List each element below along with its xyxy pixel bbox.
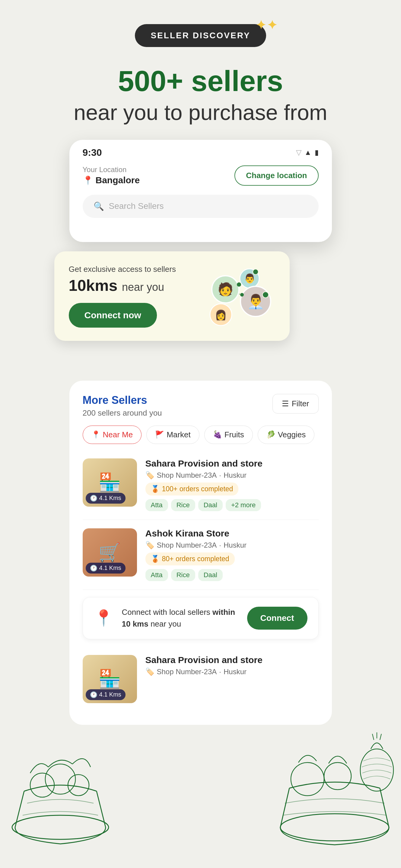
location-pin-icon: 📍 — [83, 176, 93, 185]
chip-veggies[interactable]: 🥬 Veggies — [258, 426, 315, 444]
phone-mockup: 9:30 ▽ ▲ ▮ Your Location 📍 Bangalore Cha… — [69, 140, 332, 242]
orders-text-2: 80+ orders completed — [162, 555, 229, 563]
seller-location-2: 🏷️ Shop Number-23A · Huskur — [145, 541, 319, 550]
seller-card-1[interactable]: 🏪 🕐 4.1 Kms Sahara Provision and store 🏷… — [83, 450, 319, 520]
connect-now-button[interactable]: Connect now — [69, 303, 157, 328]
sellers-count: 200 sellers around you — [83, 408, 162, 418]
shop-number-2: Shop Number-23A — [157, 541, 217, 550]
medal-icon-1: 🥉 — [151, 485, 160, 493]
connect-banner: 📍 Connect with local sellers within 10 k… — [83, 597, 319, 639]
distance-badge-1: 🕐 4.1 Kms — [86, 493, 125, 504]
signal-icon: ▲ — [305, 148, 312, 157]
shop-number-1: Shop Number-23A — [157, 471, 217, 479]
status-icons: ▽ ▲ ▮ — [296, 148, 319, 157]
chip-near-me[interactable]: 📍 Near Me — [83, 426, 142, 444]
tag-atta-1: Atta — [145, 499, 168, 511]
seller-image-3: 🏪 🕐 4.1 Kms — [83, 655, 137, 703]
distance-value-3: 4.1 Kms — [99, 691, 121, 698]
clock-icon-1: 🕐 — [90, 495, 97, 502]
wifi-icon: ▽ — [296, 148, 302, 157]
product-tags-1: Atta Rice Daal +2 more — [145, 499, 319, 511]
seller-card-2[interactable]: 🛒 🕐 4.1 Kms Ashok Kirana Store 🏷️ Shop N… — [83, 520, 319, 590]
chip-fruits-label: Fruits — [225, 430, 244, 439]
promo-avatars: 👨 🧑 👨‍💼 👩 — [197, 266, 275, 326]
status-bar: 9:30 ▽ ▲ ▮ — [69, 140, 332, 162]
seller-card-3[interactable]: 🏪 🕐 4.1 Kms Sahara Provision and store 🏷… — [83, 647, 319, 712]
chip-near-me-label: Near Me — [103, 430, 133, 439]
tag-daal-1: Daal — [198, 499, 223, 511]
left-basket-illustration — [0, 737, 127, 845]
location-label: Your Location — [83, 165, 140, 174]
svg-text:👨: 👨 — [244, 273, 255, 284]
distance-badge-2: 🕐 4.1 Kms — [86, 563, 125, 574]
clock-icon-2: 🕐 — [90, 564, 97, 572]
seller-image-2: 🛒 🕐 4.1 Kms — [83, 528, 137, 577]
svg-point-6 — [253, 269, 258, 275]
location-left: Your Location 📍 Bangalore — [83, 165, 140, 185]
chip-market-label: Market — [167, 430, 191, 439]
svg-point-30 — [324, 763, 351, 789]
promo-card: Get exclusive access to sellers 10kms ne… — [54, 251, 290, 341]
area-2: Huskur — [224, 541, 247, 550]
chip-fruits[interactable]: 🍇 Fruits — [204, 426, 253, 444]
distance-value-2: 4.1 Kms — [99, 564, 121, 571]
chip-market[interactable]: 🚩 Market — [146, 426, 199, 444]
svg-point-22 — [280, 814, 389, 841]
search-icon: 🔍 — [93, 201, 104, 211]
search-bar[interactable]: 🔍 Search Sellers — [83, 195, 319, 218]
seller-image-1: 🏪 🕐 4.1 Kms — [83, 458, 137, 507]
more-sellers-title: More Sellers — [83, 394, 162, 407]
seller-info-1: Sahara Provision and store 🏷️ Shop Numbe… — [145, 458, 319, 511]
svg-point-14 — [237, 282, 241, 287]
location-city: 📍 Bangalore — [83, 175, 140, 185]
city-name: Bangalore — [96, 175, 140, 185]
orders-text-1: 100+ orders completed — [162, 485, 233, 493]
chip-veggies-label: Veggies — [278, 430, 306, 439]
svg-point-21 — [68, 775, 89, 796]
area-1: Huskur — [224, 471, 247, 479]
filter-button[interactable]: ☰ Filter — [273, 394, 319, 413]
near-me-icon: 📍 — [91, 430, 101, 439]
sparkle-icon: ✦✦ — [256, 18, 278, 32]
promo-near: near you — [122, 281, 164, 293]
area-3: Huskur — [224, 668, 247, 676]
orders-badge-1: 🥉 100+ orders completed — [145, 483, 239, 495]
filter-icon: ☰ — [282, 399, 289, 408]
svg-text:👨‍💼: 👨‍💼 — [247, 293, 264, 310]
svg-point-11 — [262, 292, 268, 298]
veggies-icon: 🥬 — [266, 430, 276, 439]
hero-subtitle: near you to purchase from — [74, 100, 327, 125]
promo-distance: 10kms near you — [69, 276, 176, 294]
shop-number-3: Shop Number-23A — [157, 668, 217, 676]
tag-rice-2: Rice — [171, 569, 195, 581]
svg-line-28 — [380, 734, 381, 740]
clock-icon-3: 🕐 — [90, 691, 97, 698]
more-sellers-header: More Sellers 200 sellers around you ☰ Fi… — [83, 381, 319, 421]
badge-label: SELLER DISCOVERY — [150, 31, 250, 40]
promo-kms: 10kms — [69, 277, 118, 294]
change-location-button[interactable]: Change location — [234, 165, 318, 186]
fruits-icon: 🍇 — [213, 430, 222, 439]
connect-banner-text: Connect with local sellers within 10 kms… — [122, 607, 239, 630]
market-icon: 🚩 — [155, 430, 164, 439]
shop-icon-3: 🏷️ — [145, 668, 154, 676]
orders-badge-2: 🥉 80+ orders completed — [145, 553, 235, 565]
tag-atta-2: Atta — [145, 569, 168, 581]
svg-line-17 — [15, 791, 24, 827]
svg-text:👩: 👩 — [215, 309, 227, 321]
tag-daal-2: Daal — [198, 569, 223, 581]
promo-text-small: Get exclusive access to sellers — [69, 265, 176, 274]
more-sellers-left: More Sellers 200 sellers around you — [83, 394, 162, 418]
hero-section: 500+ sellers near you to purchase from — [74, 65, 327, 125]
search-placeholder: Search Sellers — [109, 201, 164, 211]
tag-more-1: +2 more — [226, 499, 261, 511]
connect-banner-button[interactable]: Connect — [247, 607, 308, 629]
location-bar: Your Location 📍 Bangalore Change locatio… — [69, 162, 332, 192]
svg-point-20 — [45, 764, 76, 794]
distance-badge-3: 🕐 4.1 Kms — [86, 689, 125, 700]
right-basket-illustration — [250, 731, 401, 845]
svg-text:🧑: 🧑 — [218, 282, 233, 297]
sellers-section: More Sellers 200 sellers around you ☰ Fi… — [69, 381, 332, 725]
shop-icon-1: 🏷️ — [145, 471, 154, 479]
svg-point-15 — [240, 293, 244, 297]
